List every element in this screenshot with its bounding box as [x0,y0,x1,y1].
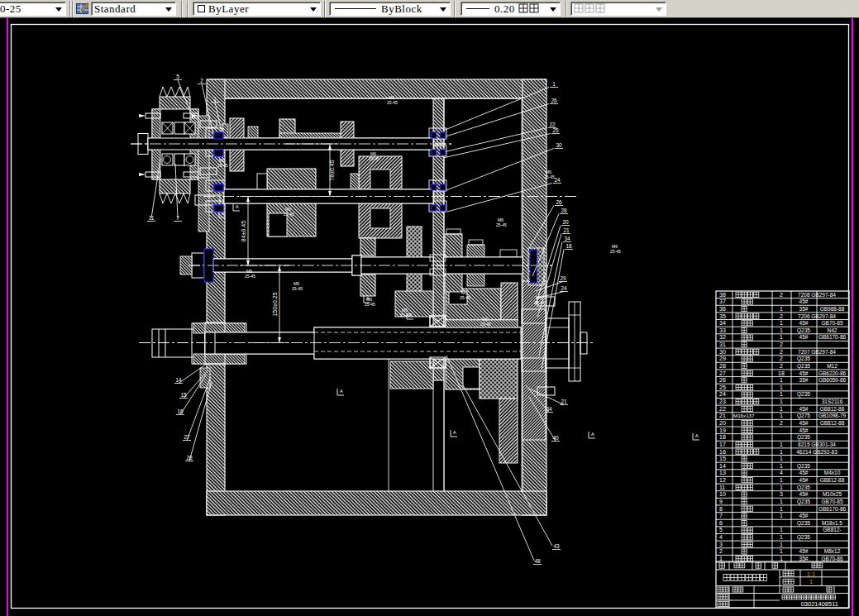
svg-text:N42: N42 [828,327,838,333]
svg-text:48: 48 [534,558,541,564]
svg-text:14: 14 [719,463,726,469]
svg-text:2: 2 [780,356,783,361]
svg-text:20: 20 [562,219,569,225]
svg-text:31S2116: 31S2116 [822,399,843,404]
svg-text:14: 14 [175,377,182,383]
svg-text:17: 17 [719,442,726,447]
svg-text:31: 31 [719,341,726,347]
svg-text:36: 36 [719,306,726,312]
svg-text:35: 35 [719,313,726,319]
svg-text:25-45: 25-45 [387,100,398,105]
svg-text:2: 2 [719,548,723,554]
svg-text:Q235: Q235 [797,534,810,541]
svg-text:1: 1 [780,327,783,333]
svg-text:1:1: 1:1 [807,571,815,578]
svg-text:45#: 45# [799,427,809,433]
svg-text:30: 30 [556,142,562,148]
svg-text:Q235: Q235 [797,327,810,334]
svg-text:GB812-: GB812- [823,527,841,532]
svg-text:45#: 45# [799,513,809,518]
svg-text:21: 21 [719,413,726,418]
svg-text:Q235: Q235 [797,463,810,470]
svg-text:20: 20 [719,420,726,426]
svg-text:GB812-88: GB812-88 [820,477,845,483]
svg-text:1: 1 [780,391,783,397]
svg-text:7207 GB297-84: 7207 GB297-84 [798,349,836,355]
svg-text:GB70-85: GB70-85 [821,499,842,504]
svg-text:25: 25 [552,127,559,133]
svg-text:3: 3 [719,542,723,547]
svg-text:18: 18 [778,370,785,376]
svg-text:34: 34 [564,236,570,241]
svg-text:7: 7 [176,215,179,221]
svg-text:25-45: 25-45 [480,322,491,327]
svg-text:34: 34 [719,320,726,326]
svg-text:03021408511: 03021408511 [801,600,838,608]
svg-text:5: 5 [719,527,723,532]
svg-text:150±0.25: 150±0.25 [272,292,278,316]
svg-text:45#: 45# [799,334,809,340]
svg-text:46214 GB292-83: 46214 GB292-83 [796,449,838,455]
svg-text:1: 1 [780,449,783,455]
svg-text:21: 21 [561,399,567,404]
svg-text:24: 24 [554,177,561,183]
svg-text:2: 2 [780,292,783,298]
svg-text:25-45: 25-45 [369,156,379,161]
svg-text:A: A [340,389,343,394]
svg-text:GB6170-86: GB6170-86 [818,506,847,512]
svg-text:A: A [409,313,413,318]
svg-text:12: 12 [719,477,726,483]
svg-text:25-45: 25-45 [460,295,470,300]
svg-text:40: 40 [552,435,559,441]
svg-text:1: 1 [780,485,783,490]
svg-text:M12: M12 [827,363,838,369]
svg-text:32: 32 [719,334,726,340]
svg-text:1: 1 [780,556,783,561]
svg-text:37: 37 [719,298,726,304]
svg-text:33: 33 [719,327,726,333]
svg-text:43: 43 [553,543,560,549]
svg-text:18: 18 [566,243,572,249]
svg-text:25: 25 [719,384,726,390]
svg-text:GB1098-79: GB1098-79 [818,413,847,418]
svg-text:24: 24 [719,391,726,397]
svg-text:13: 13 [719,470,726,475]
svg-text:16: 16 [177,408,184,414]
svg-text:45#: 45# [799,470,809,475]
svg-text:2: 2 [780,313,783,319]
svg-text:A: A [236,204,239,209]
svg-text:23: 23 [719,399,726,404]
svg-text:3: 3 [780,491,783,497]
svg-text:15: 15 [719,456,726,461]
svg-text:25-45: 25-45 [245,274,255,279]
svg-text:Q235: Q235 [797,356,810,362]
svg-text:1: 1 [719,556,723,561]
svg-text:45#: 45# [799,406,809,412]
svg-text:1: 1 [552,81,556,87]
svg-text:19: 19 [719,427,726,433]
svg-text:1: 1 [809,578,813,585]
svg-text:7208 GB297-84: 7208 GB297-84 [798,292,836,298]
svg-text:16: 16 [719,449,726,455]
svg-text:GB812-88: GB812-88 [820,420,845,426]
svg-text:1: 1 [780,477,783,483]
svg-text:26: 26 [719,377,726,383]
svg-text:Q275: Q275 [797,413,810,419]
svg-text:2: 2 [780,420,783,426]
svg-text:5: 5 [176,74,179,79]
svg-text:25-45: 25-45 [284,212,294,217]
svg-text:9: 9 [719,499,723,504]
svg-text:27: 27 [719,370,726,376]
svg-text:24: 24 [561,285,567,291]
svg-text:A: A [453,430,456,435]
svg-text:1: 1 [780,377,783,383]
svg-text:1: 1 [780,542,783,547]
svg-text:Q235: Q235 [797,520,810,527]
svg-text:Q235: Q235 [797,499,810,505]
svg-text:25-45: 25-45 [292,286,303,291]
svg-text:M16x137: M16x137 [733,413,755,418]
svg-text:Q235: Q235 [797,391,810,398]
svg-text:26: 26 [551,98,557,103]
svg-text:11: 11 [719,485,725,490]
svg-text:28: 28 [186,455,193,461]
